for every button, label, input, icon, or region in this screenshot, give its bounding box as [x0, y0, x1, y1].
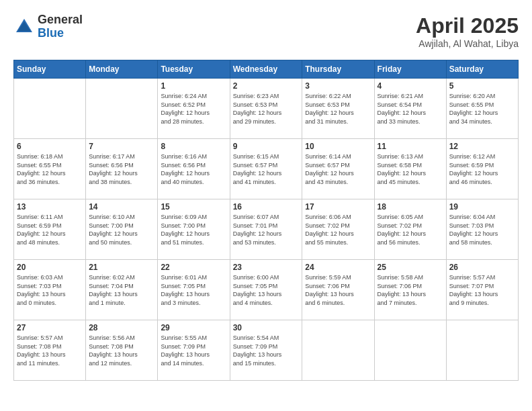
- weekday-header-monday: Monday: [86, 60, 158, 79]
- weekday-header-thursday: Thursday: [302, 60, 374, 79]
- day-info: Sunrise: 6:14 AMSunset: 6:57 PMDaylight:…: [305, 152, 371, 186]
- day-info: Sunrise: 5:57 AMSunset: 7:08 PMDaylight:…: [17, 334, 83, 367]
- weekday-header-saturday: Saturday: [446, 60, 518, 79]
- day-info: Sunrise: 6:11 AMSunset: 6:59 PMDaylight:…: [17, 213, 83, 246]
- day-cell: 13Sunrise: 6:11 AMSunset: 6:59 PMDayligh…: [14, 199, 86, 260]
- weekday-header-sunday: Sunday: [14, 60, 86, 79]
- day-number: 16: [233, 202, 300, 212]
- day-cell: 8Sunrise: 6:16 AMSunset: 6:56 PMDaylight…: [158, 139, 230, 199]
- week-row-5: 27Sunrise: 5:57 AMSunset: 7:08 PMDayligh…: [14, 320, 519, 381]
- day-number: 25: [378, 263, 443, 272]
- location: Awjilah, Al Wahat, Libya: [416, 38, 519, 49]
- day-number: 10: [305, 142, 371, 151]
- day-cell: 10Sunrise: 6:14 AMSunset: 6:57 PMDayligh…: [302, 139, 374, 199]
- week-row-1: 1Sunrise: 6:24 AMSunset: 6:52 PMDaylight…: [14, 79, 519, 139]
- day-number: 21: [89, 263, 154, 272]
- day-number: 18: [378, 202, 443, 212]
- day-number: 1: [161, 81, 226, 91]
- day-cell: 21Sunrise: 6:02 AMSunset: 7:04 PMDayligh…: [86, 260, 158, 320]
- day-info: Sunrise: 6:05 AMSunset: 7:02 PMDaylight:…: [378, 213, 443, 246]
- day-cell: 20Sunrise: 6:03 AMSunset: 7:03 PMDayligh…: [14, 260, 86, 320]
- day-info: Sunrise: 5:58 AMSunset: 7:06 PMDaylight:…: [378, 273, 443, 307]
- logo-text: General Blue: [38, 13, 83, 40]
- logo-blue: Blue: [38, 26, 64, 40]
- week-row-2: 6Sunrise: 6:18 AMSunset: 6:55 PMDaylight…: [14, 139, 519, 199]
- day-cell: 18Sunrise: 6:05 AMSunset: 7:02 PMDayligh…: [374, 199, 446, 260]
- day-number: 5: [449, 81, 515, 91]
- day-info: Sunrise: 6:23 AMSunset: 6:53 PMDaylight:…: [233, 92, 300, 126]
- day-info: Sunrise: 6:13 AMSunset: 6:58 PMDaylight:…: [378, 152, 443, 186]
- day-cell: 28Sunrise: 5:56 AMSunset: 7:08 PMDayligh…: [86, 320, 158, 381]
- day-cell: [302, 320, 374, 381]
- day-cell: 30Sunrise: 5:54 AMSunset: 7:09 PMDayligh…: [230, 320, 302, 381]
- day-info: Sunrise: 6:02 AMSunset: 7:04 PMDaylight:…: [89, 273, 154, 307]
- day-cell: 11Sunrise: 6:13 AMSunset: 6:58 PMDayligh…: [374, 139, 446, 199]
- weekday-header-row: SundayMondayTuesdayWednesdayThursdayFrid…: [14, 60, 519, 79]
- day-info: Sunrise: 6:21 AMSunset: 6:54 PMDaylight:…: [378, 92, 443, 126]
- weekday-header-wednesday: Wednesday: [230, 60, 302, 79]
- day-info: Sunrise: 6:10 AMSunset: 7:00 PMDaylight:…: [89, 213, 154, 246]
- day-cell: 14Sunrise: 6:10 AMSunset: 7:00 PMDayligh…: [86, 199, 158, 260]
- day-number: 4: [378, 81, 443, 91]
- day-cell: 6Sunrise: 6:18 AMSunset: 6:55 PMDaylight…: [14, 139, 86, 199]
- day-cell: 16Sunrise: 6:07 AMSunset: 7:01 PMDayligh…: [230, 199, 302, 260]
- page-header: General Blue April 2025 Awjilah, Al Waha…: [13, 13, 519, 49]
- day-info: Sunrise: 6:12 AMSunset: 6:59 PMDaylight:…: [449, 152, 515, 186]
- day-number: 24: [305, 263, 371, 272]
- day-info: Sunrise: 5:59 AMSunset: 7:06 PMDaylight:…: [305, 273, 371, 307]
- day-number: 17: [305, 202, 371, 212]
- day-info: Sunrise: 5:54 AMSunset: 7:09 PMDaylight:…: [233, 334, 300, 367]
- day-info: Sunrise: 6:16 AMSunset: 6:56 PMDaylight:…: [161, 152, 226, 186]
- day-info: Sunrise: 5:55 AMSunset: 7:09 PMDaylight:…: [161, 334, 226, 367]
- day-info: Sunrise: 6:22 AMSunset: 6:53 PMDaylight:…: [305, 92, 371, 126]
- day-number: 6: [17, 142, 83, 151]
- day-number: 28: [89, 323, 154, 332]
- day-info: Sunrise: 6:04 AMSunset: 7:03 PMDaylight:…: [449, 213, 515, 246]
- day-info: Sunrise: 6:09 AMSunset: 7:00 PMDaylight:…: [161, 213, 226, 246]
- day-cell: 15Sunrise: 6:09 AMSunset: 7:00 PMDayligh…: [158, 199, 230, 260]
- day-cell: [86, 79, 158, 139]
- day-info: Sunrise: 6:17 AMSunset: 6:56 PMDaylight:…: [89, 152, 154, 186]
- day-info: Sunrise: 5:57 AMSunset: 7:07 PMDaylight:…: [449, 273, 515, 307]
- day-cell: 3Sunrise: 6:22 AMSunset: 6:53 PMDaylight…: [302, 79, 374, 139]
- day-number: 2: [233, 81, 300, 91]
- day-cell: 12Sunrise: 6:12 AMSunset: 6:59 PMDayligh…: [446, 139, 518, 199]
- day-cell: 4Sunrise: 6:21 AMSunset: 6:54 PMDaylight…: [374, 79, 446, 139]
- day-info: Sunrise: 6:00 AMSunset: 7:05 PMDaylight:…: [233, 273, 300, 307]
- day-info: Sunrise: 6:07 AMSunset: 7:01 PMDaylight:…: [233, 213, 300, 246]
- day-number: 26: [449, 263, 515, 272]
- day-number: 8: [161, 142, 226, 151]
- day-number: 19: [449, 202, 515, 212]
- day-cell: [446, 320, 518, 381]
- day-cell: 19Sunrise: 6:04 AMSunset: 7:03 PMDayligh…: [446, 199, 518, 260]
- day-cell: 7Sunrise: 6:17 AMSunset: 6:56 PMDaylight…: [86, 139, 158, 199]
- day-number: 15: [161, 202, 226, 212]
- day-cell: 23Sunrise: 6:00 AMSunset: 7:05 PMDayligh…: [230, 260, 302, 320]
- day-number: 14: [89, 202, 154, 212]
- day-cell: 5Sunrise: 6:20 AMSunset: 6:55 PMDaylight…: [446, 79, 518, 139]
- day-number: 11: [378, 142, 443, 151]
- logo: General Blue: [13, 13, 83, 40]
- day-cell: 25Sunrise: 5:58 AMSunset: 7:06 PMDayligh…: [374, 260, 446, 320]
- day-number: 23: [233, 263, 300, 272]
- day-cell: 17Sunrise: 6:06 AMSunset: 7:02 PMDayligh…: [302, 199, 374, 260]
- day-cell: 2Sunrise: 6:23 AMSunset: 6:53 PMDaylight…: [230, 79, 302, 139]
- day-cell: 1Sunrise: 6:24 AMSunset: 6:52 PMDaylight…: [158, 79, 230, 139]
- weekday-header-friday: Friday: [374, 60, 446, 79]
- day-cell: 26Sunrise: 5:57 AMSunset: 7:07 PMDayligh…: [446, 260, 518, 320]
- day-info: Sunrise: 6:18 AMSunset: 6:55 PMDaylight:…: [17, 152, 83, 186]
- day-info: Sunrise: 5:56 AMSunset: 7:08 PMDaylight:…: [89, 334, 154, 367]
- week-row-3: 13Sunrise: 6:11 AMSunset: 6:59 PMDayligh…: [14, 199, 519, 260]
- day-number: 27: [17, 323, 83, 332]
- day-cell: 22Sunrise: 6:01 AMSunset: 7:05 PMDayligh…: [158, 260, 230, 320]
- day-cell: 27Sunrise: 5:57 AMSunset: 7:08 PMDayligh…: [14, 320, 86, 381]
- logo-icon: [13, 16, 35, 38]
- day-cell: [374, 320, 446, 381]
- day-info: Sunrise: 6:24 AMSunset: 6:52 PMDaylight:…: [161, 92, 226, 126]
- day-number: 30: [233, 323, 300, 332]
- day-number: 7: [89, 142, 154, 151]
- day-number: 22: [161, 263, 226, 272]
- month-title: April 2025: [416, 13, 519, 38]
- day-info: Sunrise: 6:01 AMSunset: 7:05 PMDaylight:…: [161, 273, 226, 307]
- day-info: Sunrise: 6:20 AMSunset: 6:55 PMDaylight:…: [449, 92, 515, 126]
